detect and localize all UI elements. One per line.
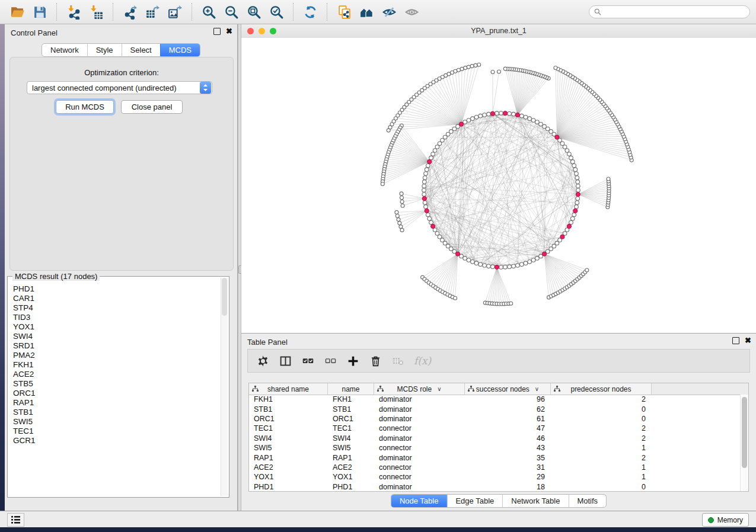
delete-table-button-disabled[interactable] [389,352,407,369]
table-row[interactable]: ORC1ORC1dominator610 [249,414,741,424]
tab-style[interactable]: Style [87,44,122,56]
close-panel-icon[interactable]: ✖ [226,28,232,34]
toolbar-separator [327,3,327,21]
table-cell: 62 [465,405,551,414]
zoom-out-button[interactable] [222,3,240,21]
table-row[interactable]: SWI4SWI4dominator462 [249,434,741,443]
eye-slash-icon [382,5,397,20]
dropdown-selected-value: largest connected component (undirected) [27,84,200,92]
function-builder-button[interactable]: f(x) [414,355,431,367]
search-input[interactable] [604,7,745,17]
export-network-button[interactable] [121,3,139,21]
table-row[interactable]: YOX1YOX1connector291 [249,472,741,482]
table-row[interactable]: SWI5SWI5connector431 [249,443,741,453]
network-canvas[interactable] [241,38,756,333]
tab-select[interactable]: Select [122,44,160,56]
mcds-result-item[interactable]: STP4 [13,303,221,313]
table-settings-button[interactable] [254,352,272,369]
save-floppy-icon [33,5,47,20]
table-cell: STB1 [328,405,374,414]
mcds-result-list[interactable]: PHD1CAR1STP4TID3YOX1SWI4SRD1PMA2FKH1ACE2… [8,277,221,496]
tab-motifs[interactable]: Motifs [568,495,606,507]
mcds-result-item[interactable]: SWI4 [13,332,221,341]
float-panel-icon[interactable] [213,28,221,35]
node-table: shared namenameMCDS role∨successor nodes… [248,383,749,492]
column-header-MCDS-role[interactable]: MCDS role∨ [374,383,465,395]
export-image-button[interactable] [166,3,184,21]
hide-graphics-details-button[interactable] [380,3,398,21]
table-row[interactable]: PHD1PHD1dominator180 [249,482,741,491]
table-row[interactable]: TEC1TEC1connector472 [249,424,741,433]
optimization-criterion-label: Optimization criterion: [10,68,233,77]
show-all-networks-button[interactable] [358,3,375,21]
tab-mcds[interactable]: MCDS [160,44,200,56]
mcds-result-item[interactable]: PMA2 [13,351,221,360]
table-row[interactable]: ACE2ACE2connector311 [249,463,741,472]
float-panel-icon[interactable] [732,337,739,344]
import-network-button[interactable] [65,3,82,21]
deselect-all-rows-button[interactable] [321,352,339,369]
select-all-rows-button[interactable] [299,352,317,369]
show-graphics-details-button[interactable] [403,3,420,21]
mcds-result-item[interactable]: RAP1 [13,398,221,408]
mcds-result-item[interactable]: STB5 [13,379,221,389]
table-row[interactable]: FKH1FKH1dominator962 [249,395,741,404]
close-panel-button[interactable]: Close panel [121,100,183,114]
mcds-result-item[interactable]: FKH1 [13,360,221,370]
table-cell: 31 [465,463,551,472]
table-cell: 29 [465,473,551,481]
tab-network-table[interactable]: Network Table [502,495,568,507]
mcds-list-scrollbar[interactable] [221,278,228,496]
refresh-layout-button[interactable] [301,3,319,21]
toggle-column-view-button[interactable] [276,352,294,369]
open-file-button[interactable] [8,3,26,21]
network-graph-svg[interactable] [241,38,756,333]
zoom-in-button[interactable] [200,3,218,21]
table-scrollbar[interactable] [740,395,748,491]
mcds-result-item[interactable]: CAR1 [13,294,221,303]
table-row[interactable]: RAP1RAP1dominator352 [249,453,741,462]
clone-network-icon [337,5,352,20]
eye-icon [404,5,419,20]
clone-network-button[interactable] [335,3,353,21]
mcds-result-item[interactable]: TEC1 [13,427,221,436]
mcds-result-item[interactable]: ORC1 [13,389,221,398]
status-bar: Memory [0,511,756,527]
create-column-button[interactable] [344,352,362,369]
toolbar-separator [113,3,113,21]
optimization-criterion-dropdown[interactable]: largest connected component (undirected) [27,81,212,94]
network-window-titlebar[interactable]: YPA_prune.txt_1 [241,24,756,39]
table-cell: 2 [551,395,652,403]
save-session-button[interactable] [31,3,49,21]
table-scrollbar-thumb[interactable] [742,397,747,468]
table-row[interactable]: STB1STB1dominator620 [249,404,741,414]
task-history-button[interactable] [7,513,24,527]
run-mcds-button[interactable]: Run MCDS [56,100,114,114]
mcds-result-item[interactable]: SWI5 [13,417,221,427]
mcds-result-item[interactable]: TID3 [13,313,221,322]
column-header-name[interactable]: name [328,383,374,395]
mcds-scrollbar-thumb[interactable] [222,278,227,316]
close-panel-icon[interactable]: ✖ [745,338,751,344]
mcds-result-item[interactable]: PHD1 [13,284,221,294]
control-panel-titlebar: Control Panel ✖ [5,24,237,40]
search-field[interactable] [589,5,750,18]
import-table-button[interactable] [87,3,105,21]
mcds-result-item[interactable]: YOX1 [13,322,221,332]
mcds-result-item[interactable]: SRD1 [13,341,221,351]
column-header-shared-name[interactable]: shared name [249,383,328,395]
zoom-selected-button[interactable] [267,3,285,21]
export-table-button[interactable] [143,3,161,21]
mcds-result-item[interactable]: GCR1 [13,436,221,446]
column-header-successor-nodes[interactable]: successor nodes∨ [465,383,551,395]
column-header-predecessor-nodes[interactable]: predecessor nodes [551,383,652,395]
mcds-result-item[interactable]: STB1 [13,408,221,417]
tab-edge-table[interactable]: Edge Table [446,495,502,507]
mcds-result-item[interactable]: ACE2 [13,370,221,379]
tab-node-table[interactable]: Node Table [391,495,447,507]
delete-column-button[interactable] [366,352,384,369]
memory-button[interactable]: Memory [702,513,749,527]
tab-network[interactable]: Network [42,44,87,56]
zoom-fit-button[interactable] [245,3,263,21]
control-panel-title: Control Panel [11,28,58,37]
